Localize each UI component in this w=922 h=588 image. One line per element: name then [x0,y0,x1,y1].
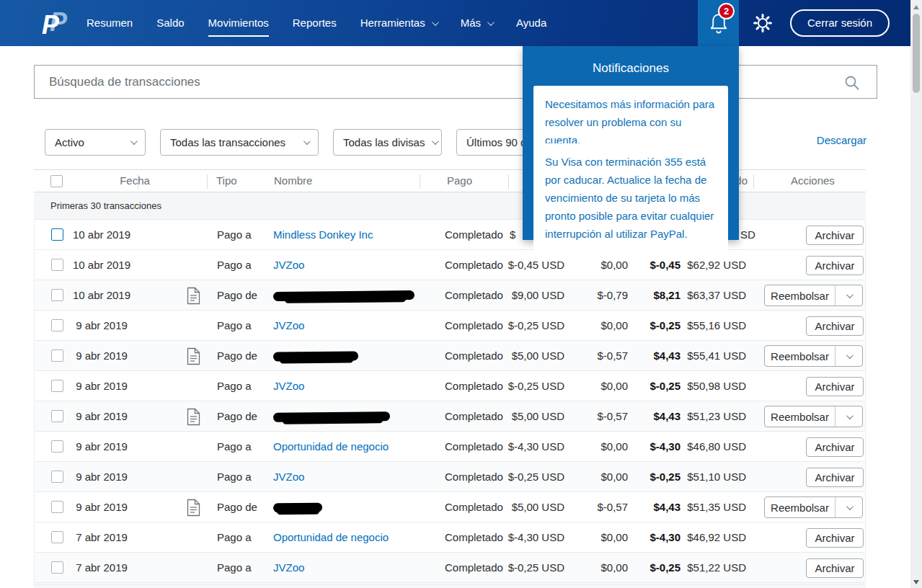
refund-button[interactable]: Reembolsar [765,285,835,306]
cell-type: Pago a [217,228,252,241]
row-checkbox[interactable] [51,410,63,422]
cell-gross-amount: $-4,30 USD [473,440,564,453]
row-checkbox[interactable] [51,380,63,392]
cell-balance: SD [740,228,755,241]
select-all-checkbox[interactable] [50,175,63,187]
table-row: 10 abr 2019 Pago a Mindless Donkey Inc C… [35,220,865,250]
refund-button-group[interactable]: Reembolsar [764,406,863,427]
scroll-up-arrow[interactable] [913,5,919,9]
archive-button[interactable]: Archivar [806,316,864,336]
paypal-logo[interactable]: P P [42,8,71,40]
redacted-name [273,290,415,301]
cell-date: 7 abr 2019 [66,531,138,543]
refund-button[interactable]: Reembolsar [765,406,835,427]
transaction-name-link[interactable]: Oportunidad de negocio [273,440,389,453]
notification-count-badge: 2 [718,3,735,19]
cell-fee: $-0,57 [564,410,628,422]
cell-date: 9 abr 2019 [66,501,138,513]
cell-gross-amount: $ [510,228,515,241]
transaction-name-link[interactable]: JVZoo [273,319,304,331]
transaction-name-link[interactable]: Mindless Donkey Inc [273,228,373,241]
row-checkbox[interactable] [51,531,63,543]
top-navbar: P P Resumen Saldo Movimientos Reportes H… [0,0,922,46]
row-checkbox[interactable] [51,471,63,483]
row-checkbox[interactable] [51,561,63,574]
nav-item-saldo[interactable]: Saldo [156,0,184,46]
cell-balance: $62,92 USD [663,259,746,271]
archive-button[interactable]: Archivar [806,558,864,578]
chevron-down-icon [487,19,495,26]
gear-icon[interactable] [753,13,773,33]
refund-button[interactable]: Reembolsar [765,346,835,366]
refund-dropdown-chevron[interactable] [835,346,862,366]
row-checkbox[interactable] [51,289,63,301]
table-row: 9 abr 2019 Pago a JVZoo Completado $-0,2… [35,371,865,401]
cell-fee: $-0,57 [564,501,628,513]
row-checkbox[interactable] [51,440,63,453]
redacted-name [273,351,358,361]
currency-filter-dropdown[interactable]: Todas las divisas [333,129,442,156]
cell-date: 10 abr 2019 [66,289,138,301]
nav-item-herramientas[interactable]: Herramientas [360,0,437,46]
table-body: 10 abr 2019 Pago a Mindless Donkey Inc C… [34,220,866,583]
cell-type: Pago de [217,501,257,513]
cell-balance: $63,37 USD [663,289,746,301]
transaction-name-link[interactable]: JVZoo [273,471,304,483]
cell-fee: $0,00 [564,319,628,331]
archive-button[interactable]: Archivar [806,256,864,275]
logout-button[interactable]: Cerrar sesión [790,9,890,37]
refund-button-group[interactable]: Reembolsar [764,496,863,518]
cell-fee: $0,00 [564,380,628,392]
nav-item-movimientos[interactable]: Movimientos [208,0,269,46]
archive-button[interactable]: Archivar [806,377,864,396]
nav-item-ayuda[interactable]: Ayuda [516,0,546,46]
archive-button[interactable]: Archivar [806,226,864,245]
nav-item-resumen[interactable]: Resumen [87,0,133,46]
notification-item[interactable]: Su Visa con terminación 355 está por cad… [533,143,728,252]
row-checkbox[interactable] [51,501,63,513]
transaction-name-link[interactable]: JVZoo [273,380,304,392]
refund-button-group[interactable]: Reembolsar [764,285,863,306]
cell-date: 9 abr 2019 [66,471,138,483]
download-link[interactable]: Descargar [817,134,866,146]
table-row: 9 abr 2019 Pago de Completado $5,00 USD … [35,492,865,522]
transaction-name-link[interactable]: Oportunidad de negocio [273,531,389,543]
row-checkbox[interactable] [51,228,63,241]
archive-button[interactable]: Archivar [806,528,864,548]
cell-type: Pago a [217,380,252,392]
row-checkbox[interactable] [51,319,63,331]
archive-button[interactable]: Archivar [806,437,864,457]
scrollbar-thumb[interactable] [913,14,920,93]
cell-gross-amount: $5,00 USD [473,501,564,513]
notifications-bell-button[interactable]: 2 [698,0,739,46]
row-checkbox[interactable] [51,259,63,271]
nav-item-mas[interactable]: Más [461,0,492,46]
transaction-name-link[interactable]: JVZoo [273,561,304,574]
search-icon[interactable] [843,74,861,92]
cell-type: Pago a [217,531,252,543]
cell-gross-amount: $-0,25 USD [473,319,564,331]
cell-balance: $51,23 USD [663,410,746,422]
table-row: 9 abr 2019 Pago de Completado $5,00 USD … [35,401,865,432]
table-row: 9 abr 2019 Pago a JVZoo Completado $-0,2… [35,311,865,341]
refund-button[interactable]: Reembolsar [765,497,835,517]
nav-item-reportes[interactable]: Reportes [293,0,337,46]
refund-dropdown-chevron[interactable] [835,497,862,517]
cell-balance: $51,35 USD [663,501,746,513]
cell-fee: $0,00 [564,471,628,483]
vertical-scrollbar[interactable] [910,0,922,588]
cell-date: 7 abr 2019 [66,561,138,574]
row-checkbox[interactable] [51,349,63,362]
transaction-name-link[interactable]: JVZoo [273,259,304,271]
cell-fee: $0,00 [564,531,628,543]
refund-button-group[interactable]: Reembolsar [764,345,863,367]
type-filter-dropdown[interactable]: Todas las transacciones [160,129,319,156]
archive-button[interactable]: Archivar [806,468,864,487]
refund-dropdown-chevron[interactable] [835,406,862,427]
scroll-down-arrow[interactable] [913,580,919,584]
search-input[interactable] [35,66,877,98]
cell-type: Pago a [217,319,252,331]
status-filter-dropdown[interactable]: Activo [45,129,146,156]
refund-dropdown-chevron[interactable] [835,285,862,306]
notifications-title: Notificaciones [523,46,739,76]
